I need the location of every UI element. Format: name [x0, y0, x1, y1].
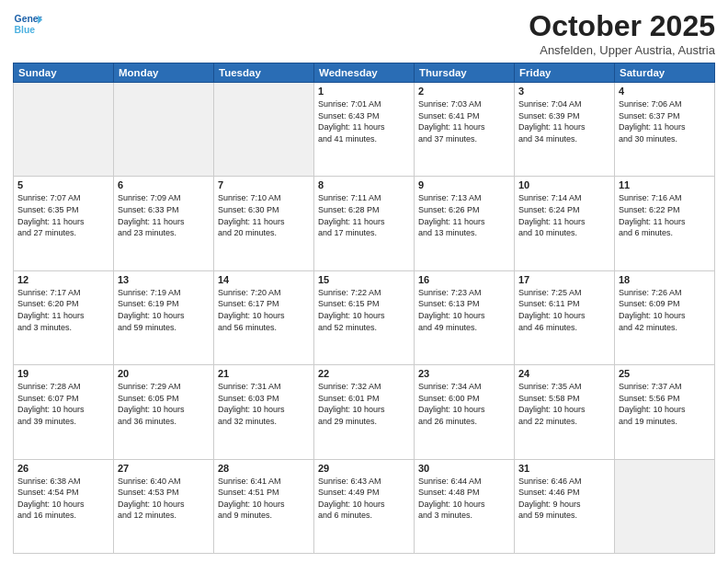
- day-info: Sunrise: 7:16 AM Sunset: 6:22 PM Dayligh…: [619, 192, 711, 238]
- day-info: Sunrise: 7:26 AM Sunset: 6:09 PM Dayligh…: [619, 287, 711, 333]
- day-cell: 29Sunrise: 6:43 AM Sunset: 4:49 PM Dayli…: [314, 459, 415, 553]
- calendar: SundayMondayTuesdayWednesdayThursdayFrid…: [13, 63, 715, 554]
- day-number: 19: [17, 368, 109, 379]
- day-number: 2: [418, 86, 510, 97]
- weekday-header-thursday: Thursday: [415, 63, 515, 83]
- day-cell: 16Sunrise: 7:23 AM Sunset: 6:13 PM Dayli…: [415, 270, 515, 364]
- day-cell: 21Sunrise: 7:31 AM Sunset: 6:03 PM Dayli…: [214, 365, 314, 459]
- title-block: October 2025 Ansfelden, Upper Austria, A…: [529, 9, 715, 57]
- weekday-header-wednesday: Wednesday: [314, 63, 415, 83]
- day-number: 18: [619, 274, 711, 285]
- weekday-header-row: SundayMondayTuesdayWednesdayThursdayFrid…: [14, 63, 715, 83]
- day-info: Sunrise: 6:40 AM Sunset: 4:53 PM Dayligh…: [118, 476, 210, 522]
- svg-text:Blue: Blue: [15, 25, 36, 35]
- day-info: Sunrise: 7:23 AM Sunset: 6:13 PM Dayligh…: [418, 287, 510, 333]
- day-number: 11: [619, 179, 711, 190]
- day-cell: 15Sunrise: 7:22 AM Sunset: 6:15 PM Dayli…: [314, 270, 415, 364]
- day-cell: 24Sunrise: 7:35 AM Sunset: 5:58 PM Dayli…: [515, 365, 615, 459]
- weekday-header-friday: Friday: [515, 63, 615, 83]
- day-info: Sunrise: 7:28 AM Sunset: 6:07 PM Dayligh…: [17, 381, 109, 427]
- day-number: 14: [218, 274, 310, 285]
- day-cell: [214, 83, 314, 177]
- week-row-0: 1Sunrise: 7:01 AM Sunset: 6:43 PM Daylig…: [14, 83, 715, 177]
- day-number: 6: [118, 179, 210, 190]
- day-number: 23: [418, 368, 510, 379]
- week-row-1: 5Sunrise: 7:07 AM Sunset: 6:35 PM Daylig…: [14, 177, 715, 270]
- week-row-2: 12Sunrise: 7:17 AM Sunset: 6:20 PM Dayli…: [14, 270, 715, 364]
- day-number: 20: [118, 368, 210, 379]
- day-info: Sunrise: 6:43 AM Sunset: 4:49 PM Dayligh…: [318, 476, 410, 522]
- day-cell: 10Sunrise: 7:14 AM Sunset: 6:24 PM Dayli…: [515, 177, 615, 270]
- day-number: 28: [218, 463, 310, 474]
- day-info: Sunrise: 7:19 AM Sunset: 6:19 PM Dayligh…: [118, 287, 210, 333]
- day-cell: 22Sunrise: 7:32 AM Sunset: 6:01 PM Dayli…: [314, 365, 415, 459]
- day-cell: 19Sunrise: 7:28 AM Sunset: 6:07 PM Dayli…: [14, 365, 114, 459]
- day-number: 15: [318, 274, 410, 285]
- day-cell: 30Sunrise: 6:44 AM Sunset: 4:48 PM Dayli…: [415, 459, 515, 553]
- day-cell: 27Sunrise: 6:40 AM Sunset: 4:53 PM Dayli…: [114, 459, 214, 553]
- day-info: Sunrise: 7:04 AM Sunset: 6:39 PM Dayligh…: [518, 98, 610, 144]
- day-info: Sunrise: 7:07 AM Sunset: 6:35 PM Dayligh…: [17, 192, 109, 238]
- day-info: Sunrise: 7:17 AM Sunset: 6:20 PM Dayligh…: [17, 287, 109, 333]
- logo-icon: General Blue: [13, 9, 42, 39]
- day-number: 3: [518, 86, 610, 97]
- day-cell: 28Sunrise: 6:41 AM Sunset: 4:51 PM Dayli…: [214, 459, 314, 553]
- day-info: Sunrise: 7:32 AM Sunset: 6:01 PM Dayligh…: [318, 381, 410, 427]
- day-cell: 31Sunrise: 6:46 AM Sunset: 4:46 PM Dayli…: [515, 459, 615, 553]
- day-number: 12: [17, 274, 109, 285]
- day-number: 10: [518, 179, 610, 190]
- day-number: 13: [118, 274, 210, 285]
- day-number: 8: [318, 179, 410, 190]
- day-number: 17: [518, 274, 610, 285]
- day-number: 4: [619, 86, 711, 97]
- day-number: 24: [518, 368, 610, 379]
- day-info: Sunrise: 7:35 AM Sunset: 5:58 PM Dayligh…: [518, 381, 610, 427]
- month-title: October 2025: [529, 9, 715, 43]
- weekday-header-sunday: Sunday: [14, 63, 114, 83]
- location: Ansfelden, Upper Austria, Austria: [529, 43, 715, 57]
- day-info: Sunrise: 6:38 AM Sunset: 4:54 PM Dayligh…: [17, 476, 109, 522]
- day-info: Sunrise: 7:31 AM Sunset: 6:03 PM Dayligh…: [218, 381, 310, 427]
- logo: General Blue: [13, 9, 42, 39]
- day-cell: 6Sunrise: 7:09 AM Sunset: 6:33 PM Daylig…: [114, 177, 214, 270]
- day-cell: 7Sunrise: 7:10 AM Sunset: 6:30 PM Daylig…: [214, 177, 314, 270]
- weekday-header-saturday: Saturday: [615, 63, 715, 83]
- day-cell: 20Sunrise: 7:29 AM Sunset: 6:05 PM Dayli…: [114, 365, 214, 459]
- day-info: Sunrise: 7:03 AM Sunset: 6:41 PM Dayligh…: [418, 98, 510, 144]
- day-info: Sunrise: 6:41 AM Sunset: 4:51 PM Dayligh…: [218, 476, 310, 522]
- day-cell: 17Sunrise: 7:25 AM Sunset: 6:11 PM Dayli…: [515, 270, 615, 364]
- day-info: Sunrise: 7:13 AM Sunset: 6:26 PM Dayligh…: [418, 192, 510, 238]
- day-cell: 3Sunrise: 7:04 AM Sunset: 6:39 PM Daylig…: [515, 83, 615, 177]
- day-number: 5: [17, 179, 109, 190]
- day-info: Sunrise: 7:01 AM Sunset: 6:43 PM Dayligh…: [318, 98, 410, 144]
- day-cell: [14, 83, 114, 177]
- day-info: Sunrise: 7:37 AM Sunset: 5:56 PM Dayligh…: [619, 381, 711, 427]
- day-cell: 5Sunrise: 7:07 AM Sunset: 6:35 PM Daylig…: [14, 177, 114, 270]
- day-number: 16: [418, 274, 510, 285]
- day-info: Sunrise: 7:14 AM Sunset: 6:24 PM Dayligh…: [518, 192, 610, 238]
- day-number: 27: [118, 463, 210, 474]
- day-info: Sunrise: 7:10 AM Sunset: 6:30 PM Dayligh…: [218, 192, 310, 238]
- day-number: 7: [218, 179, 310, 190]
- day-info: Sunrise: 6:44 AM Sunset: 4:48 PM Dayligh…: [418, 476, 510, 522]
- header: General Blue October 2025 Ansfelden, Upp…: [13, 9, 715, 57]
- page: General Blue October 2025 Ansfelden, Upp…: [0, 0, 728, 563]
- day-cell: 25Sunrise: 7:37 AM Sunset: 5:56 PM Dayli…: [615, 365, 715, 459]
- day-number: 30: [418, 463, 510, 474]
- day-number: 9: [418, 179, 510, 190]
- week-row-4: 26Sunrise: 6:38 AM Sunset: 4:54 PM Dayli…: [14, 459, 715, 553]
- day-cell: 12Sunrise: 7:17 AM Sunset: 6:20 PM Dayli…: [14, 270, 114, 364]
- day-number: 21: [218, 368, 310, 379]
- week-row-3: 19Sunrise: 7:28 AM Sunset: 6:07 PM Dayli…: [14, 365, 715, 459]
- day-cell: 9Sunrise: 7:13 AM Sunset: 6:26 PM Daylig…: [415, 177, 515, 270]
- day-cell: 2Sunrise: 7:03 AM Sunset: 6:41 PM Daylig…: [415, 83, 515, 177]
- day-number: 31: [518, 463, 610, 474]
- day-cell: [615, 459, 715, 553]
- day-info: Sunrise: 7:29 AM Sunset: 6:05 PM Dayligh…: [118, 381, 210, 427]
- day-info: Sunrise: 6:46 AM Sunset: 4:46 PM Dayligh…: [518, 476, 610, 522]
- day-number: 29: [318, 463, 410, 474]
- day-cell: 4Sunrise: 7:06 AM Sunset: 6:37 PM Daylig…: [615, 83, 715, 177]
- day-info: Sunrise: 7:34 AM Sunset: 6:00 PM Dayligh…: [418, 381, 510, 427]
- day-cell: 23Sunrise: 7:34 AM Sunset: 6:00 PM Dayli…: [415, 365, 515, 459]
- weekday-header-monday: Monday: [114, 63, 214, 83]
